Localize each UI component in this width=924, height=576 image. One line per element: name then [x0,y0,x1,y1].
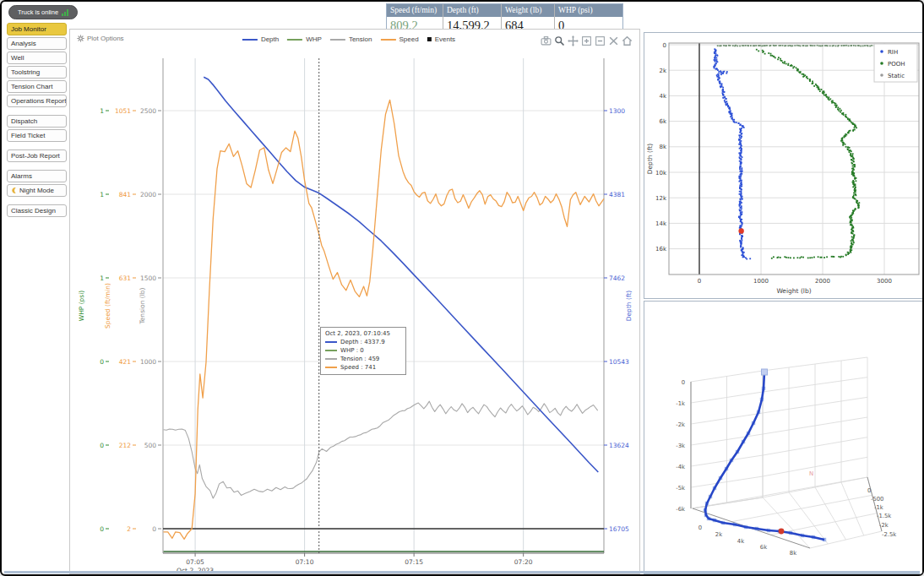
svg-text:1000: 1000 [753,278,769,285]
sidebar-item-label: Classic Design [11,207,56,215]
svg-text:0: 0 [663,42,666,49]
svg-text:-2k: -2k [676,421,685,428]
sidebar-item-label: Night Mode [19,187,54,194]
sidebar-item-label: Well [11,54,24,62]
sidebar-item-label: Analysis [11,40,36,47]
stats-header: Depth (ft) [443,4,501,17]
sidebar-item-tension-chart[interactable]: Tension Chart [7,80,67,93]
svg-text:-1k: -1k [676,400,685,407]
svg-text:6k: 6k [659,118,666,125]
svg-text:10k: 10k [655,170,667,177]
timeseries-chart[interactable]: 07:05Oct 2, 202307:1007:1507:20111000105… [70,30,639,573]
sidebar-item-label: Dispatch [11,117,37,125]
series-depth [204,77,598,472]
svg-text:-4k: -4k [676,464,685,470]
svg-text:Depth (ft): Depth (ft) [625,291,633,322]
svg-text:2000: 2000 [815,278,830,285]
sidebar-item-label: Tension Chart [11,83,52,90]
weight-depth-panel[interactable]: 02k4k6k8k10k12k14k16k0100020003000Weight… [644,32,924,299]
sidebar-item-analysis[interactable]: Analysis [7,37,67,50]
svg-text:8k: 8k [790,550,796,557]
sidebar-item-post-job-report[interactable]: Post-Job Report [7,149,67,162]
svg-text:WHP (psi): WHP (psi) [78,291,85,322]
track-status-button[interactable]: Truck is online [8,5,78,19]
sidebar-item-field-ticket[interactable]: Field Ticket [7,129,67,142]
svg-text:8k: 8k [659,144,666,150]
svg-text:10543: 10543 [609,358,629,366]
svg-text:212: 212 [119,442,132,449]
sidebar-item-label: Job Monitor [11,25,46,33]
track-label-left: Truck is online [18,8,58,16]
svg-text:14k: 14k [655,220,667,227]
sidebar-item-well[interactable]: Well [7,52,67,64]
svg-text:-5k: -5k [676,485,685,492]
svg-text:1: 1 [100,274,104,282]
svg-text:Weight (lb): Weight (lb) [776,287,811,295]
svg-text:0: 0 [682,379,685,386]
svg-text:-3k: -3k [676,443,685,449]
svg-text:0: 0 [152,525,156,533]
svg-text:N: N [809,470,813,477]
svg-text:Depth (ft): Depth (ft) [646,144,654,175]
svg-text:2: 2 [127,525,131,533]
well-trajectory-3d-chart[interactable]: 0-1k-2k-3k-4k-5k-6k02k4k6k8k0-500-1k-1.5… [644,302,923,573]
svg-text:2000: 2000 [140,191,156,198]
svg-text:2k: 2k [659,68,666,74]
svg-text:1500: 1500 [140,274,156,282]
chart-hover-tooltip: Oct 2, 2023, 07:10:45 Depth : 4337.9WHP … [320,327,406,375]
svg-text:16705: 16705 [609,525,629,533]
svg-text:07:20: 07:20 [514,558,533,566]
svg-text:0: 0 [100,525,104,533]
sidebar-item-classic-design[interactable]: Classic Design [7,204,67,217]
sidebar-item-label: Field Ticket [11,132,45,139]
svg-text:1: 1 [100,191,104,198]
svg-text:4k: 4k [659,93,666,100]
svg-text:421: 421 [119,358,132,366]
svg-text:-6k: -6k [676,506,685,513]
bottom-accent-strip [4,571,920,573]
sidebar-item-night-mode[interactable]: Night Mode [7,184,67,197]
weight-depth-scatter[interactable]: 02k4k6k8k10k12k14k16k0100020003000Weight… [644,33,923,298]
svg-text:2k: 2k [715,531,722,538]
svg-text:-2k: -2k [879,522,889,529]
svg-text:RIH: RIH [888,49,898,56]
tooltip-row-speed: Speed : 741 [325,364,401,371]
svg-text:1300: 1300 [609,107,625,115]
main-chart-panel[interactable]: Plot Options DepthWHPTensionSpeedEvents … [69,29,640,574]
sidebar-item-toolstring[interactable]: Toolstring [7,66,67,79]
svg-text:-1.5k: -1.5k [877,513,891,519]
svg-text:07:10: 07:10 [296,558,314,566]
svg-text:12k: 12k [655,195,667,202]
svg-text:1051: 1051 [115,107,131,115]
scatter-series-pooh [756,49,860,259]
svg-text:16k: 16k [655,246,667,253]
sidebar-nav: Job MonitorAnalysisWellToolstringTension… [7,23,67,225]
svg-text:0: 0 [100,358,104,366]
svg-text:0: 0 [867,487,871,494]
surface-marker [762,369,768,375]
svg-text:Tension (lb): Tension (lb) [139,287,146,324]
svg-text:13624: 13624 [609,442,629,449]
stats-header: Weight (lb) [502,4,554,17]
sidebar-item-dispatch[interactable]: Dispatch [7,115,67,128]
svg-text:631: 631 [119,274,132,282]
svg-text:841: 841 [119,191,132,198]
sidebar-item-alarms[interactable]: Alarms [7,170,67,182]
sidebar-item-label: Post-Job Report [11,152,60,160]
sidebar-item-label: Alarms [11,172,32,180]
sidebar-item-label: Operations Report [11,97,66,105]
signal-online-icon [62,9,68,16]
svg-text:0: 0 [698,524,702,531]
tooltip-timestamp: Oct 2, 2023, 07:10:45 [325,330,401,337]
tooltip-row-depth: Depth : 4337.9 [325,339,401,345]
current-position-marker [738,228,743,233]
svg-text:4k: 4k [737,538,744,545]
sidebar-item-job-monitor[interactable]: Job Monitor [7,23,67,35]
moon-icon [11,187,18,194]
scatter-series-rih [714,48,752,259]
well-trajectory-3d-panel[interactable]: 0-1k-2k-3k-4k-5k-6k02k4k6k8k0-500-1k-1.5… [644,301,924,574]
svg-text:-1k: -1k [874,504,883,511]
svg-text:Speed (ft/min): Speed (ft/min) [104,283,111,329]
sidebar-item-label: Toolstring [11,68,40,76]
sidebar-item-operations-report[interactable]: Operations Report [7,95,67,107]
